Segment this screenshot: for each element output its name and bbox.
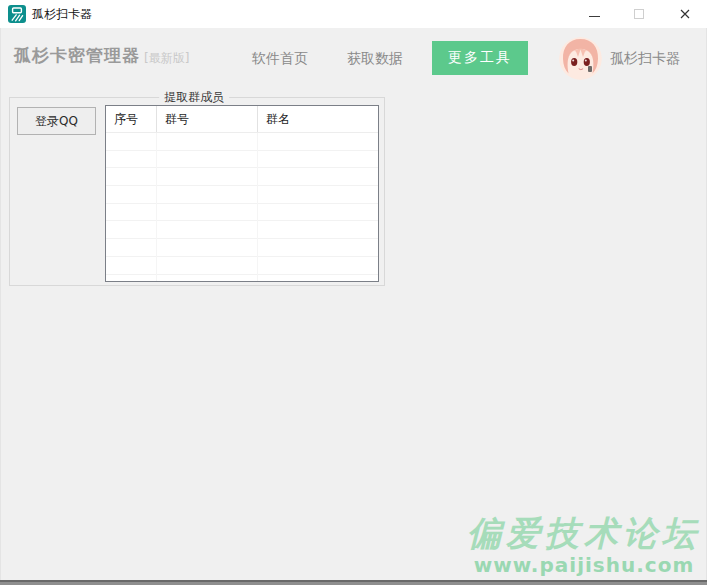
column-header-index[interactable]: 序号 bbox=[106, 106, 157, 132]
titlebar: 孤杉扫卡器 bbox=[0, 0, 707, 28]
table-row bbox=[106, 257, 378, 275]
maximize-icon[interactable] bbox=[624, 0, 654, 28]
forum-watermark: 偏爱技术论坛 www.paijishu.com bbox=[467, 515, 701, 577]
extract-group-members-groupbox: 提取群成员 登录QQ 序号 群号 群名 bbox=[9, 97, 385, 286]
close-icon[interactable] bbox=[670, 0, 700, 28]
nav-software-home[interactable]: 软件首页 bbox=[252, 50, 308, 68]
minimize-icon[interactable] bbox=[579, 0, 609, 28]
table-row bbox=[106, 168, 378, 186]
easy-language-logo-icon bbox=[8, 5, 26, 23]
version-badge: [最新版] bbox=[144, 50, 189, 67]
table-row bbox=[106, 204, 378, 222]
watermark-url: www.paijishu.com bbox=[467, 553, 701, 577]
nav-get-data[interactable]: 获取数据 bbox=[347, 50, 403, 68]
table-row bbox=[106, 151, 378, 169]
table-row bbox=[106, 239, 378, 257]
window-title: 孤杉扫卡器 bbox=[32, 0, 92, 28]
column-divider bbox=[156, 133, 157, 281]
groupbox-title: 提取群成员 bbox=[159, 89, 229, 106]
app-name: 孤杉卡密管理器 bbox=[14, 44, 140, 67]
table-body bbox=[106, 133, 378, 281]
more-tools-button[interactable]: 更多工具 bbox=[432, 41, 528, 75]
table-row bbox=[106, 133, 378, 151]
app-window: 孤杉扫卡器 孤杉卡密管理器 [最新版] 软件首页 获取数据 更多工具 bbox=[0, 0, 707, 585]
group-list-table[interactable]: 序号 群号 群名 bbox=[105, 105, 379, 282]
window-bottom-edge bbox=[0, 580, 707, 585]
anime-girl-avatar[interactable] bbox=[559, 37, 602, 80]
column-header-group-name[interactable]: 群名 bbox=[258, 106, 378, 132]
table-row bbox=[106, 186, 378, 204]
column-divider bbox=[257, 133, 258, 281]
account-name: 孤杉扫卡器 bbox=[610, 50, 680, 68]
table-row bbox=[106, 221, 378, 239]
watermark-forum-name: 偏爱技术论坛 bbox=[467, 515, 701, 552]
column-header-group-number[interactable]: 群号 bbox=[157, 106, 258, 132]
login-qq-button[interactable]: 登录QQ bbox=[17, 107, 96, 135]
table-header-row: 序号 群号 群名 bbox=[106, 106, 378, 133]
